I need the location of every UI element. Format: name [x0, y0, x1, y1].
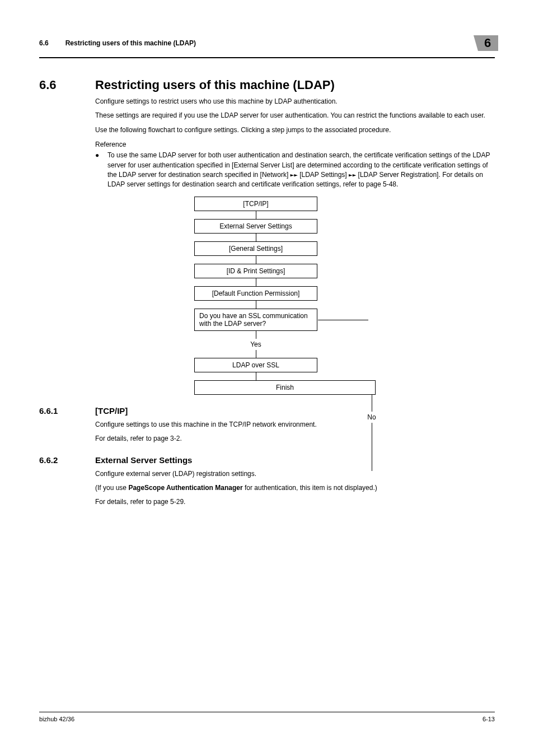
footer-page-num: 6-13 [483, 716, 495, 722]
header-section-title: Restricting users of this machine (LDAP) [65, 39, 495, 47]
flow-step-ldap-ssl[interactable]: LDAP over SSL [194, 358, 317, 372]
bullet-item: ● To use the same LDAP server for both u… [95, 151, 495, 190]
reference-label: Reference [95, 141, 495, 148]
paragraph: For details, refer to page 5-29. [95, 497, 495, 507]
h1-title: Restricting users of this machine (LDAP) [95, 78, 335, 92]
page-footer: bizhub 42/36 6-13 [39, 712, 495, 722]
h2-num: 6.6.1 [39, 406, 95, 416]
chapter-badge: 6 [474, 35, 498, 51]
h2-num: 6.6.2 [39, 455, 95, 465]
h2-title: External Server Settings [95, 455, 192, 465]
paragraph: For details, refer to page 3-2. [95, 434, 495, 444]
flow-step-general-settings[interactable]: [General Settings] [194, 241, 317, 256]
paragraph: (If you use PageScope Authentication Man… [95, 483, 495, 493]
page-header: 6.6 Restricting users of this machine (L… [39, 39, 495, 47]
flow-yes-label: Yes [250, 340, 261, 348]
paragraph: Configure settings to use this machine i… [95, 420, 495, 430]
flowchart: [TCP/IP] External Server Settings [Gener… [95, 197, 495, 395]
flow-step-external-server[interactable]: External Server Settings [194, 219, 317, 234]
footer-product: bizhub 42/36 [39, 716, 74, 722]
h2-title: [TCP/IP] [95, 406, 128, 416]
subsection-heading: 6.6.1 [TCP/IP] [39, 406, 495, 416]
flow-finish: Finish [194, 380, 376, 395]
flow-step-tcpip[interactable]: [TCP/IP] [194, 197, 317, 211]
bullet-text: To use the same LDAP server for both use… [107, 151, 495, 190]
paragraph: These settings are required if you use t… [95, 111, 495, 120]
flow-step-id-print[interactable]: [ID & Print Settings] [194, 264, 317, 278]
flow-step-default-permission[interactable]: [Default Function Permission] [194, 286, 317, 301]
section-heading: 6.6 Restricting users of this machine (L… [39, 78, 495, 92]
header-rule [39, 57, 495, 58]
flow-decision-ssl: Do you have an SSL communication with th… [194, 309, 317, 331]
paragraph: Configure external server (LDAP) registr… [95, 469, 495, 479]
bullet-icon: ● [95, 151, 107, 190]
h1-num: 6.6 [39, 78, 95, 92]
header-section-num: 6.6 [39, 39, 49, 47]
subsection-heading: 6.6.2 External Server Settings [39, 455, 495, 465]
flow-no-label: No [367, 413, 376, 421]
paragraph: Use the following flowchart to configure… [95, 125, 495, 135]
paragraph: Configure settings to restrict users who… [95, 97, 495, 106]
